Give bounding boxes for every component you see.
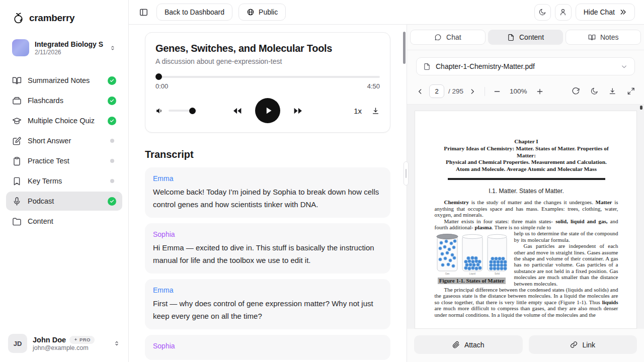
- link-button[interactable]: Link: [529, 335, 637, 354]
- tab-label: Content: [519, 33, 544, 41]
- back-to-dashboard-label: Back to Dashboard: [165, 8, 224, 16]
- sidebar-nav: Summarized Notes Flashcards Multiple Cho…: [0, 70, 128, 231]
- player-controls: 1x: [155, 98, 380, 123]
- pdf-theme-button[interactable]: [589, 86, 600, 97]
- play-button[interactable]: [255, 98, 280, 123]
- transcript-message: Emma Welcome back! Today I'm joined by S…: [145, 167, 390, 218]
- plus-icon: [536, 87, 544, 96]
- download-pdf-button[interactable]: [607, 86, 618, 97]
- back-to-dashboard-button[interactable]: Back to Dashboard: [156, 4, 232, 21]
- volume-icon[interactable]: [155, 107, 164, 115]
- zoom-in-button[interactable]: [535, 86, 545, 97]
- pdf-viewer[interactable]: Chapter I Primary Ideas of Chemistry: Ma…: [407, 105, 644, 329]
- sidebar-item-practice-test[interactable]: Practice Test: [6, 151, 122, 170]
- moon-icon: [538, 8, 546, 16]
- file-selector[interactable]: Chapter-1-Chemistry-Matter.pdf: [416, 57, 635, 75]
- project-name: Integrated Biology S…: [35, 40, 104, 48]
- link-icon: [570, 341, 578, 348]
- graduation-cap-icon: [12, 116, 22, 126]
- figure-caption: Figure 1-1. States of Matter: [438, 278, 506, 284]
- project-date: 2/11/2026: [35, 49, 104, 56]
- page-total: / 295: [448, 87, 463, 95]
- clipboard-icon: [12, 156, 22, 166]
- chevron-right-icon: [468, 87, 476, 96]
- person-icon: [559, 8, 567, 16]
- previous-page-button[interactable]: [415, 86, 425, 97]
- user-email: john@example.com: [33, 344, 95, 351]
- status-badge: [108, 97, 116, 105]
- panel-left-icon: [139, 8, 148, 17]
- moon-icon: [590, 87, 599, 96]
- status-badge: [108, 197, 116, 206]
- download-audio-button[interactable]: [371, 107, 380, 115]
- theme-toggle-button[interactable]: [534, 4, 551, 21]
- flashcards-icon: [12, 96, 22, 106]
- pdf-scrollbar[interactable]: [640, 106, 642, 110]
- chevron-down-icon: [620, 63, 628, 70]
- fast-forward-button[interactable]: [293, 106, 303, 116]
- transcript-message: Sophia: [145, 335, 390, 360]
- transcript-list: Emma Welcome back! Today I'm joined by S…: [145, 167, 390, 360]
- pdf-heading-line: Atom and Molecule. Average Atomic and Mo…: [435, 166, 618, 173]
- user-name: John Doe: [33, 336, 66, 344]
- sidebar-item-key-terms[interactable]: Key Terms: [6, 171, 122, 191]
- beakers-illustration: Gas Liquid Solid: [435, 232, 509, 276]
- berry-logo-icon: [12, 12, 25, 24]
- tab-notes[interactable]: Notes: [566, 30, 641, 45]
- sidebar-item-label: Summarized Notes: [28, 76, 90, 84]
- chevron-up-down-icon: [113, 340, 120, 347]
- sidebar-toggle-button[interactable]: [137, 6, 150, 19]
- account-button[interactable]: [555, 4, 572, 21]
- public-button[interactable]: Public: [238, 4, 286, 21]
- rewind-button[interactable]: [232, 106, 243, 116]
- user-menu[interactable]: JD John Doe PRO john@example.com: [0, 327, 128, 362]
- panel-footer: Attach Link: [407, 329, 644, 362]
- transcript-scrollbar[interactable]: [403, 32, 406, 64]
- chevron-up-down-icon: [109, 44, 116, 52]
- panel-resize-handle[interactable]: [404, 161, 409, 186]
- pencil-icon: [12, 136, 22, 146]
- transcript-heading: Transcript: [145, 149, 390, 160]
- hide-chat-button[interactable]: Hide Chat: [576, 4, 635, 21]
- content-panel: Chat Content Notes Chapter-1-C: [407, 25, 644, 362]
- seek-bar[interactable]: [155, 73, 380, 80]
- podcast-title: Genes, Switches, and Molecular Tools: [155, 43, 380, 54]
- sidebar-item-summarized-notes[interactable]: Summarized Notes: [6, 71, 122, 90]
- progress-knob[interactable]: [155, 73, 162, 80]
- zoom-level: 100%: [510, 87, 527, 95]
- status-badge: [108, 157, 116, 165]
- next-page-button[interactable]: [467, 86, 477, 97]
- tab-content[interactable]: Content: [488, 30, 564, 45]
- tab-label: Notes: [600, 33, 619, 41]
- volume-knob[interactable]: [189, 108, 196, 114]
- reload-pdf-button[interactable]: [571, 86, 581, 97]
- project-avatar: [12, 39, 29, 56]
- sidebar-item-short-answer[interactable]: Short Answer: [6, 131, 122, 150]
- project-selector[interactable]: Integrated Biology S… 2/11/2026: [7, 36, 121, 59]
- podcast-player-card: Genes, Switches, and Molecular Tools A d…: [145, 32, 390, 133]
- status-badge: [108, 117, 116, 125]
- chat-icon: [434, 34, 442, 41]
- status-badge: [108, 177, 116, 186]
- sidebar-item-podcast[interactable]: Podcast: [6, 192, 122, 211]
- tab-chat[interactable]: Chat: [410, 30, 486, 45]
- fast-forward-icon: [293, 106, 303, 116]
- sidebar-item-content[interactable]: Content: [6, 212, 122, 231]
- pdf-chapter-title: Chapter I: [435, 138, 618, 145]
- avatar: JD: [8, 334, 27, 353]
- paperclip-icon: [452, 341, 460, 348]
- toolbar-divider: [485, 87, 485, 96]
- volume-slider[interactable]: [169, 110, 197, 112]
- transcript-message: Sophia Hi Emma — excited to dive in. Thi…: [145, 223, 390, 274]
- attach-button[interactable]: Attach: [414, 335, 523, 354]
- sidebar-item-multiple-choice-quiz[interactable]: Multiple Choice Quiz: [6, 111, 122, 130]
- fullscreen-button[interactable]: [626, 86, 636, 97]
- sidebar-item-flashcards[interactable]: Flashcards: [6, 91, 122, 110]
- page-number-input[interactable]: 2: [429, 84, 444, 98]
- expand-icon: [627, 87, 635, 96]
- speaker-name: Sophia: [153, 342, 382, 350]
- topbar: Back to Dashboard Public Hide Chat: [129, 0, 644, 25]
- pdf-paragraph: The principal difference between the con…: [435, 287, 618, 318]
- playback-speed-button[interactable]: 1x: [354, 107, 362, 115]
- zoom-out-button[interactable]: [492, 86, 502, 97]
